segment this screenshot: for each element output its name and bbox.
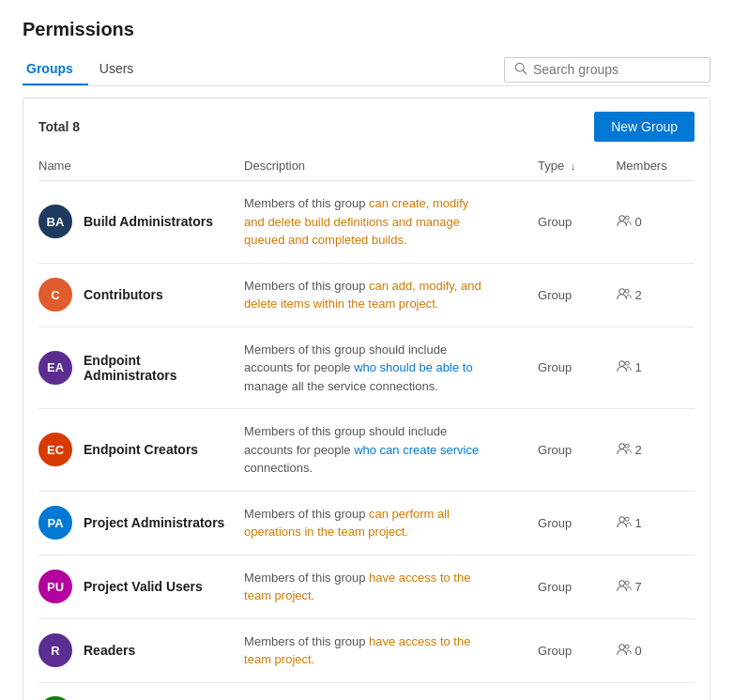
groups-table: Name Description Type ↓ Members (38, 151, 695, 700)
members-count: 0 (635, 215, 642, 229)
table-row[interactable]: C Contributors Members of this group can… (38, 263, 695, 327)
group-type: Team (538, 692, 616, 700)
header-row: Groups Users (23, 53, 710, 86)
svg-point-4 (618, 288, 624, 294)
members-count: 1 (635, 360, 642, 374)
group-type: Group (538, 631, 616, 671)
group-name: Project Valid Users (84, 579, 203, 594)
group-type: Group (538, 430, 616, 470)
table-header-row: Name Description Type ↓ Members (38, 151, 695, 181)
avatar: PA (38, 506, 72, 540)
svg-line-1 (523, 70, 527, 74)
group-members: 1 (617, 502, 695, 544)
avatar: R (38, 633, 72, 667)
tabs: Groups Users (23, 53, 156, 85)
group-type: Group (538, 275, 616, 315)
group-members: 0 (617, 201, 695, 243)
avatar: FT (38, 696, 72, 701)
members-icon (617, 287, 632, 303)
group-name: Endpoint Creators (84, 442, 198, 457)
search-input[interactable] (533, 62, 700, 77)
table-row[interactable]: R Readers Members of this group have acc… (38, 618, 695, 682)
svg-point-15 (625, 645, 629, 648)
group-members: 2 (617, 429, 695, 471)
tab-users[interactable]: Users (96, 53, 149, 85)
group-description: Members of this group can create, modify… (244, 181, 507, 263)
group-members: 1 (617, 346, 695, 388)
svg-point-8 (618, 444, 624, 449)
avatar: EA (38, 351, 72, 385)
avatar: PU (38, 570, 72, 603)
members-icon (617, 515, 632, 531)
group-members: 7 (617, 566, 695, 608)
group-type: Group (538, 202, 616, 242)
group-description: Members of this group have access to the… (244, 555, 507, 618)
search-icon (514, 62, 527, 78)
members-count: 2 (635, 288, 642, 302)
members-count: 1 (635, 516, 642, 530)
svg-point-2 (618, 216, 624, 221)
group-description: Members of this group should include acc… (244, 409, 507, 491)
col-description: Description (244, 151, 538, 181)
group-name: Readers (84, 643, 135, 658)
group-name: Contributors (84, 287, 163, 302)
tab-groups[interactable]: Groups (23, 53, 88, 85)
page-container: Permissions Groups Users Total 8 (0, 0, 733, 700)
avatar: BA (38, 205, 72, 238)
group-members: 0 (617, 630, 695, 672)
avatar: C (38, 278, 72, 312)
members-icon (617, 442, 632, 458)
sort-arrow-icon: ↓ (571, 160, 576, 172)
members-count: 7 (635, 580, 642, 594)
svg-point-5 (625, 289, 629, 293)
group-description: The default project team. (244, 691, 507, 700)
total-label: Total 8 (38, 119, 80, 134)
svg-point-6 (618, 361, 624, 367)
col-type[interactable]: Type ↓ (538, 151, 616, 181)
svg-point-7 (625, 361, 629, 365)
members-icon (617, 579, 632, 595)
members-icon (617, 643, 632, 659)
table-row[interactable]: PA Project Administrators Members of thi… (38, 491, 695, 555)
col-members: Members (617, 151, 695, 181)
members-count: 0 (635, 644, 642, 658)
group-members: 1 (617, 692, 695, 700)
table-row[interactable]: FT fabrikam Team The default project tea… (38, 682, 695, 700)
group-description: Members of this group can add, modify, a… (244, 264, 507, 327)
toolbar: Total 8 New Group (38, 99, 695, 151)
group-type: Group (538, 347, 616, 388)
content-area: Total 8 New Group Name Description Type … (23, 98, 710, 700)
group-description: Members of this group have access to the… (244, 619, 507, 682)
svg-point-10 (618, 516, 624, 522)
new-group-button[interactable]: New Group (594, 112, 695, 142)
group-description: Members of this group can perform all op… (244, 492, 507, 555)
search-box (504, 57, 710, 83)
group-name: Project Administrators (84, 515, 224, 530)
group-name: Build Administrators (84, 214, 213, 229)
table-row[interactable]: PU Project Valid Users Members of this g… (38, 555, 695, 618)
group-type: Group (538, 503, 616, 543)
group-type: Group (538, 567, 616, 607)
members-icon (617, 359, 632, 375)
table-row[interactable]: EA Endpoint Administrators Members of th… (38, 327, 695, 409)
svg-point-12 (618, 580, 624, 586)
group-name: Endpoint Administrators (84, 353, 237, 383)
svg-point-14 (618, 644, 624, 649)
members-count: 2 (635, 443, 642, 457)
page-title: Permissions (23, 19, 710, 40)
group-description: Members of this group should include acc… (244, 327, 507, 409)
table-row[interactable]: BA Build Administrators Members of this … (38, 181, 695, 264)
table-row[interactable]: EC Endpoint Creators Members of this gro… (38, 409, 695, 492)
group-members: 2 (617, 274, 695, 316)
svg-point-13 (625, 581, 629, 585)
avatar: EC (38, 433, 72, 466)
members-icon (617, 214, 632, 230)
svg-point-9 (625, 444, 629, 448)
svg-point-11 (625, 517, 629, 521)
col-name: Name (38, 151, 244, 181)
svg-point-3 (625, 216, 629, 220)
